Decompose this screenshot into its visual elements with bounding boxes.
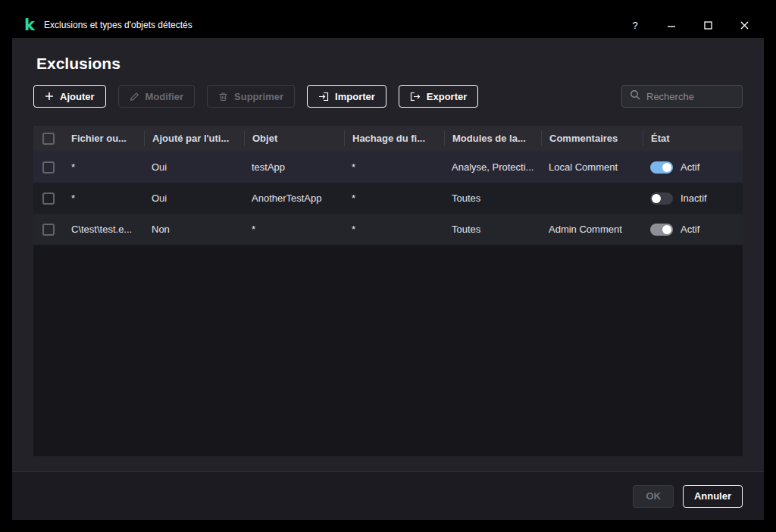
toolbar: Ajouter Modifier Supprimer Importer	[33, 85, 743, 108]
column-header-comments[interactable]: Commentaires	[541, 131, 643, 146]
export-button-label: Exporter	[427, 91, 467, 102]
state-label: Inactif	[681, 192, 707, 204]
cell-added-by-user: Non	[144, 224, 244, 235]
cell-modules: Toutes	[444, 224, 541, 235]
import-button[interactable]: Importer	[307, 85, 386, 108]
column-header-object[interactable]: Objet	[244, 131, 344, 146]
column-header-modules[interactable]: Modules de la...	[444, 131, 541, 146]
app-window: k Exclusions et types d'objets détectés …	[12, 12, 764, 520]
cell-hash: *	[344, 224, 444, 235]
column-header-added-by-user[interactable]: Ajouté par l'uti...	[144, 131, 244, 146]
cell-modules: Toutes	[444, 192, 541, 204]
row-checkbox-cell	[33, 192, 64, 205]
row-checkbox-cell	[33, 161, 64, 174]
cell-modules: Analyse, Protecti...	[444, 161, 541, 173]
kaspersky-logo-icon: k	[24, 17, 35, 33]
import-button-label: Importer	[335, 91, 375, 102]
content-area: Exclusions Ajouter Modifier Supprimer	[12, 38, 764, 471]
cell-file: *	[64, 161, 144, 173]
column-header-file[interactable]: Fichier ou...	[64, 131, 144, 146]
add-button[interactable]: Ajouter	[33, 85, 106, 108]
title-bar: k Exclusions et types d'objets détectés …	[12, 12, 764, 38]
toggle-knob	[662, 163, 671, 172]
maximize-button[interactable]	[702, 19, 714, 31]
cell-state: Actif	[643, 161, 743, 174]
window-controls: ?	[629, 19, 750, 31]
row-checkbox-cell	[33, 224, 64, 236]
cell-comment: Admin Comment	[541, 224, 643, 235]
edit-button-label: Modifier	[146, 91, 184, 102]
table-row[interactable]: C\test\test.e... Non * * Toutes Admin Co…	[33, 214, 743, 245]
header-checkbox-cell	[33, 133, 64, 145]
cell-state: Actif	[643, 224, 743, 236]
cell-comment: Local Comment	[541, 161, 643, 173]
footer-bar: OK Annuler	[12, 471, 764, 520]
help-button[interactable]: ?	[629, 19, 641, 31]
column-header-state[interactable]: État	[643, 131, 743, 146]
cancel-button[interactable]: Annuler	[683, 485, 743, 508]
delete-button-label: Supprimer	[234, 91, 283, 102]
cell-file: C\test\test.e...	[64, 224, 144, 235]
search-box	[621, 85, 743, 108]
state-label: Actif	[681, 224, 699, 235]
trash-icon	[218, 92, 228, 102]
search-icon	[630, 89, 640, 103]
column-header-hash[interactable]: Hachage du fi...	[344, 131, 444, 146]
toggle-knob	[652, 194, 661, 203]
import-icon	[318, 92, 329, 102]
exclusions-table: Fichier ou... Ajouté par l'uti... Objet …	[33, 126, 743, 456]
state-toggle[interactable]	[650, 161, 673, 174]
cell-state: Inactif	[643, 192, 743, 205]
state-toggle[interactable]	[650, 224, 673, 236]
row-checkbox[interactable]	[42, 161, 55, 174]
cell-object: AnotherTestApp	[244, 192, 344, 204]
close-button[interactable]	[738, 19, 750, 31]
add-button-label: Ajouter	[60, 91, 95, 102]
cell-object: *	[244, 224, 344, 235]
cell-added-by-user: Oui	[144, 192, 244, 204]
ok-button[interactable]: OK	[633, 485, 674, 508]
cell-file: *	[64, 192, 144, 204]
row-checkbox[interactable]	[42, 224, 55, 236]
edit-button[interactable]: Modifier	[118, 85, 196, 108]
delete-button[interactable]: Supprimer	[207, 85, 295, 108]
row-checkbox[interactable]	[42, 192, 55, 205]
table-row[interactable]: * Oui AnotherTestApp * Toutes Inactif	[33, 183, 743, 214]
pencil-icon	[130, 92, 139, 102]
state-label: Actif	[681, 161, 699, 173]
select-all-checkbox[interactable]	[42, 133, 55, 145]
cell-hash: *	[344, 192, 444, 204]
export-icon	[410, 92, 421, 102]
plus-icon	[45, 92, 54, 101]
minimize-button[interactable]	[665, 19, 677, 31]
page-title: Exclusions	[36, 55, 743, 73]
table-row[interactable]: * Oui testApp * Analyse, Protecti... Loc…	[33, 152, 743, 183]
window-title: Exclusions et types d'objets détectés	[44, 20, 192, 30]
state-toggle[interactable]	[650, 192, 673, 205]
toggle-knob	[662, 225, 671, 234]
cell-hash: *	[344, 161, 444, 173]
export-button[interactable]: Exporter	[399, 85, 478, 108]
search-input[interactable]	[646, 91, 734, 102]
cell-added-by-user: Oui	[144, 161, 244, 173]
cell-object: testApp	[244, 161, 344, 173]
table-header: Fichier ou... Ajouté par l'uti... Objet …	[33, 126, 743, 152]
